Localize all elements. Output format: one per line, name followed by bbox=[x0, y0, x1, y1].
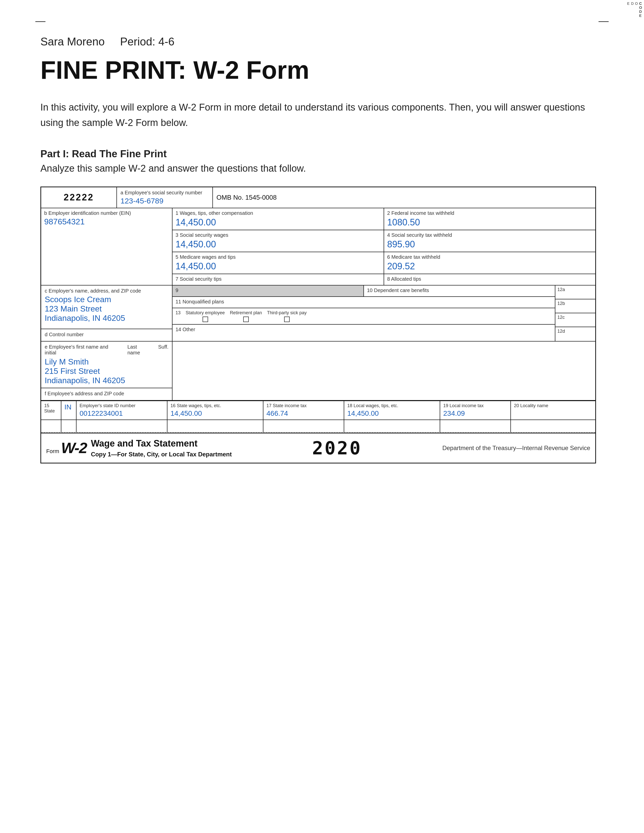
w2-employee-name: Lily M Smith bbox=[45, 357, 169, 367]
w2-box7-cell: 7 Social security tips bbox=[172, 274, 384, 285]
student-info: Sara Moreno Period: 4-6 bbox=[40, 35, 604, 48]
intro-text: In this activity, you will explore a W-2… bbox=[40, 100, 596, 130]
w2-box2-label: 2 Federal income tax withheld bbox=[387, 210, 592, 216]
w2-box4-cell: 4 Social security tax withheld 895.90 bbox=[384, 230, 595, 252]
w2-suff-label: Suff. bbox=[158, 344, 169, 356]
w2-employee-city: Indianapolis, IN 46205 bbox=[45, 376, 169, 385]
w2-retirement-checkbox bbox=[243, 317, 249, 322]
w2-boxes-910-row: 9 10 Dependent care benefits bbox=[172, 286, 555, 297]
w2-box10-cell: 10 Dependent care benefits bbox=[364, 286, 555, 296]
w2-dept: Department of the Treasury—Internal Reve… bbox=[442, 444, 590, 452]
w2-box10-label: 10 Dependent care benefits bbox=[367, 288, 552, 293]
w2-12d-cell: CODE 12d bbox=[555, 327, 595, 341]
w2-box16-cell: 16 State wages, tips, etc. 14,450.00 bbox=[167, 401, 263, 420]
w2-boxes-11-row: 11 Nonqualified plans bbox=[172, 297, 555, 308]
w2-employer-city: Indianapolis, IN 46205 bbox=[45, 314, 169, 323]
w2-box5-value: 14,450.00 bbox=[175, 261, 381, 272]
w2-state-id: 00122234001 bbox=[80, 409, 164, 418]
w2-employer-label: c Employer's name, address, and ZIP code bbox=[45, 288, 169, 294]
w2-state-code-cell: IN bbox=[61, 401, 77, 420]
w2-box5-cell: 5 Medicare wages and tips 14,450.00 bbox=[172, 252, 384, 273]
w2-box20-cell: 20 Locality name bbox=[511, 401, 595, 420]
w2-state-code: IN bbox=[64, 403, 73, 411]
w2-box8-label: 8 Allocated tips bbox=[387, 276, 592, 282]
w2-ssn-value: 123-45-6789 bbox=[121, 197, 209, 205]
w2-footer-left: Form W-2 Wage and Tax Statement Copy 1—F… bbox=[46, 438, 232, 458]
w2-box4-label: 4 Social security tax withheld bbox=[387, 232, 592, 238]
w2-row-1: 22222 a Employee's social security numbe… bbox=[41, 187, 595, 208]
w2-box1-label: 1 Wages, tips, other compensation bbox=[175, 210, 381, 216]
w2-12c-cell: CODE 12c bbox=[555, 313, 595, 327]
w2-boxes-9-14: 9 10 Dependent care benefits 11 Nonquali… bbox=[172, 286, 555, 341]
student-name: Sara Moreno bbox=[40, 35, 105, 48]
w2-control-label: d Control number bbox=[45, 332, 169, 338]
w2-codes-label-d: CODE bbox=[639, 2, 642, 18]
page-title: FINE PRINT: W-2 Form bbox=[40, 56, 604, 85]
w2-box1-value: 14,450.00 bbox=[175, 217, 381, 228]
corner-mark-tl: — bbox=[35, 15, 45, 26]
w2-firstname-label: e Employee's first name and initial bbox=[45, 344, 120, 356]
w2-box17-cell: 17 State income tax 466.74 bbox=[263, 401, 344, 420]
w2-footer: Form W-2 Wage and Tax Statement Copy 1—F… bbox=[41, 433, 595, 463]
w2-box4-value: 895.90 bbox=[387, 239, 592, 250]
w2-box1-cell: 1 Wages, tips, other compensation 14,450… bbox=[172, 208, 384, 230]
w2-box18-cell: 18 Local wages, tips, etc. 14,450.00 bbox=[344, 401, 440, 420]
w2-box3-value: 14,450.00 bbox=[175, 239, 381, 250]
w2-box20-label: 20 Locality name bbox=[514, 403, 592, 408]
w2-box17-value: 466.74 bbox=[266, 409, 341, 418]
w2-lastname-label: Last name bbox=[127, 344, 151, 356]
student-period: Period: 4-6 bbox=[120, 35, 174, 48]
w2-box8-cell: 8 Allocated tips bbox=[384, 274, 595, 285]
w2-form-logo: Form W-2 bbox=[46, 439, 87, 457]
w2-box13-label: 13 bbox=[175, 310, 180, 315]
w2-box16-label: 16 State wages, tips, etc. bbox=[171, 403, 260, 408]
w2-state-row: 15 State IN Employer's state ID number 0… bbox=[41, 400, 595, 420]
w2-employee-section: e Employee's first name and initial Last… bbox=[41, 341, 172, 400]
w2-row-4: e Employee's first name and initial Last… bbox=[41, 341, 595, 400]
corner-mark-tr: — bbox=[599, 15, 609, 26]
w2-box19-label: 19 Local income tax bbox=[443, 403, 507, 408]
w2-statutory-label: Statutory employee bbox=[186, 310, 225, 315]
w2-boxes-34-row: 3 Social security wages 14,450.00 4 Soci… bbox=[172, 230, 595, 252]
w2-box2-cell: 2 Federal income tax withheld 1080.50 bbox=[384, 208, 595, 230]
w2-box6-cell: 6 Medicare tax withheld 209.52 bbox=[384, 252, 595, 273]
w2-codes-col: CODE 12a CODE 12b CODE 12c CODE 12d bbox=[555, 286, 595, 341]
w2-12a-label: 12a bbox=[557, 287, 593, 292]
w2-box6-value: 209.52 bbox=[387, 261, 592, 272]
w2-retirement-label: Retirement plan bbox=[230, 310, 262, 315]
w2-box19-value: 234.09 bbox=[443, 409, 507, 418]
w2-box11-cell: 11 Nonqualified plans bbox=[172, 297, 555, 308]
w2-address-label: f Employee's address and ZIP code bbox=[45, 391, 169, 397]
w2-12b-label: 12b bbox=[557, 301, 593, 306]
w2-right-col-2: 1 Wages, tips, other compensation 14,450… bbox=[172, 208, 595, 285]
w2-box3-cell: 3 Social security wages 14,450.00 bbox=[172, 230, 384, 252]
w2-employer-control: c Employer's name, address, and ZIP code… bbox=[41, 286, 172, 341]
w2-box18-label: 18 Local wages, tips, etc. bbox=[347, 403, 437, 408]
w2-name-headers: e Employee's first name and initial Last… bbox=[45, 344, 169, 356]
w2-box16-value: 14,450.00 bbox=[171, 409, 260, 418]
w2-ein-value: 987654321 bbox=[44, 217, 169, 227]
w2-box17-label: 17 State income tax bbox=[266, 403, 341, 408]
w2-form-title: Wage and Tax Statement bbox=[91, 438, 232, 449]
w2-box9-label: 9 bbox=[175, 288, 361, 293]
w2-12a-cell: CODE 12a bbox=[555, 286, 595, 299]
w2-row-3: c Employer's name, address, and ZIP code… bbox=[41, 286, 595, 341]
w2-box13-cell: 13 Statutory employee Retirement plan Th… bbox=[172, 308, 555, 325]
w2-box6-label: 6 Medicare tax withheld bbox=[387, 254, 592, 260]
w2-12c-label: 12c bbox=[557, 315, 593, 320]
w2-control-cell: d Control number bbox=[41, 329, 172, 341]
w2-box19-cell: 19 Local income tax 234.09 bbox=[440, 401, 511, 420]
w2-row4-right bbox=[172, 341, 595, 400]
w2-form-word: Form bbox=[46, 448, 59, 454]
w2-ein-cell: b Employer identification number (EIN) 9… bbox=[41, 208, 172, 285]
w2-12b-cell: CODE 12b bbox=[555, 299, 595, 313]
w2-row-2: b Employer identification number (EIN) 9… bbox=[41, 208, 595, 286]
w2-omb: OMB No. 1545-0008 bbox=[213, 187, 595, 208]
w2-employer-cell: c Employer's name, address, and ZIP code… bbox=[41, 286, 172, 329]
w2-thirdparty-label: Third-party sick pay bbox=[267, 310, 307, 315]
w2-year: 2020 bbox=[312, 437, 362, 459]
w2-right-col-3: 9 10 Dependent care benefits 11 Nonquali… bbox=[172, 286, 595, 341]
w2-employer-name: Scoops Ice Cream bbox=[45, 295, 169, 304]
w2-ein-label: b Employer identification number (EIN) bbox=[44, 210, 169, 216]
w2-box15-label-cell: 15 State bbox=[41, 401, 61, 420]
